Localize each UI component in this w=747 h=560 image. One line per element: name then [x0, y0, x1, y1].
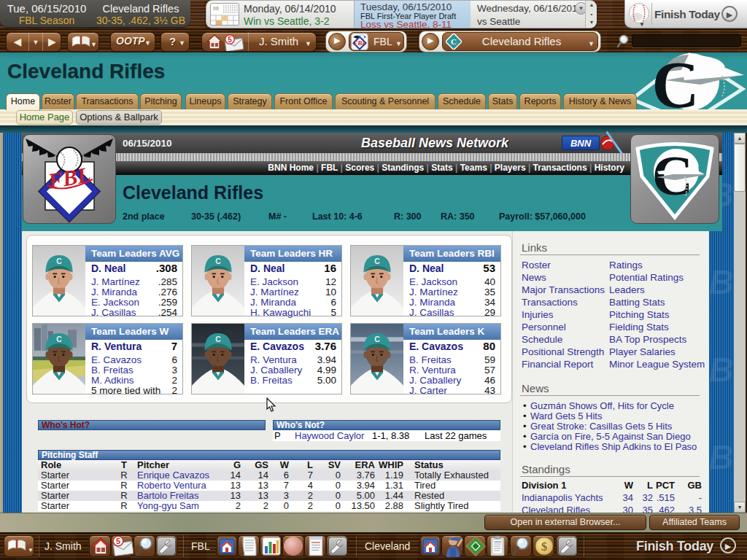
svg-text:C: C — [215, 257, 221, 265]
svg-text:5: 5 — [228, 36, 232, 44]
svg-text:C: C — [215, 335, 221, 343]
svg-text:06: 06 — [213, 6, 219, 11]
svg-text:C: C — [451, 37, 457, 46]
svg-text:FBL: FBL — [352, 39, 366, 47]
svg-text:C: C — [374, 335, 380, 343]
svg-text:5: 5 — [116, 537, 120, 545]
svg-text:$: $ — [541, 540, 548, 553]
svg-text:C: C — [56, 335, 62, 343]
svg-text:C: C — [56, 257, 62, 265]
svg-text:C: C — [374, 257, 380, 265]
